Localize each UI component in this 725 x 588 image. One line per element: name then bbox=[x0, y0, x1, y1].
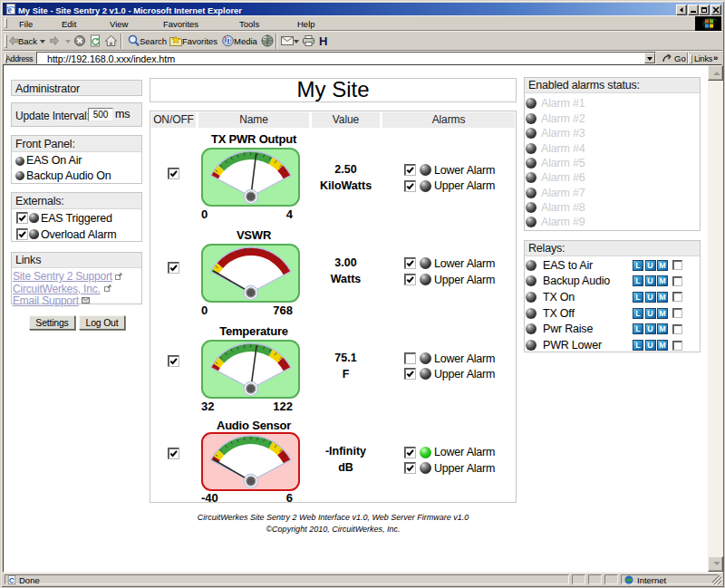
svg-text:e: e bbox=[7, 5, 12, 14]
